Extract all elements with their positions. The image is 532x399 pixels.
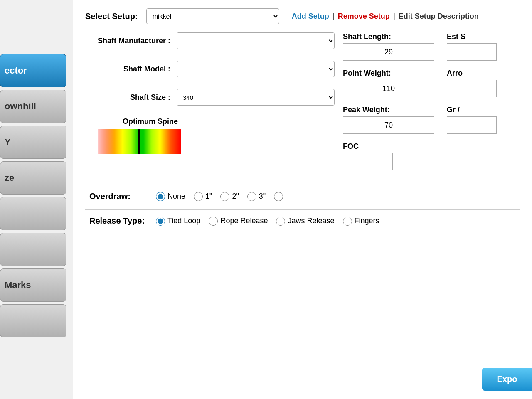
gr-input[interactable] <box>447 116 497 134</box>
sidebar-item-downhill[interactable]: ownhill <box>0 90 66 123</box>
overdraw-4-radio[interactable] <box>274 192 283 201</box>
overdraw-none-radio[interactable] <box>156 192 165 201</box>
overdraw-2[interactable]: 2" <box>220 192 239 201</box>
overdraw-1-radio[interactable] <box>194 192 203 201</box>
peak-weight-group: Peak Weight: <box>343 106 434 134</box>
separator-1: | <box>332 12 335 21</box>
est-group: Est S <box>447 32 497 61</box>
add-setup-link[interactable]: Add Setup <box>292 12 329 21</box>
foc-group: FOC <box>343 142 532 170</box>
overdraw-4[interactable] <box>274 192 286 201</box>
right-top-row: Shaft Length: Est S <box>343 32 532 61</box>
shaft-model-row: Shaft Model : <box>85 61 335 77</box>
sidebar-item-selector[interactable]: ector <box>0 54 66 87</box>
overdraw-row: Overdraw: None 1" 2" 3" <box>85 192 520 201</box>
foc-label: FOC <box>343 142 532 151</box>
divider-2 <box>85 209 520 210</box>
shaft-length-label: Shaft Length: <box>343 32 434 41</box>
overdraw-3-radio[interactable] <box>247 192 256 201</box>
arrow-label: Arro <box>447 69 497 78</box>
overdraw-2-label: 2" <box>232 192 239 201</box>
release-fingers-radio[interactable] <box>343 217 352 226</box>
spine-gradient <box>98 129 181 158</box>
remove-setup-link[interactable]: Remove Setup <box>338 12 390 21</box>
sidebar-item-marks[interactable]: Marks <box>0 268 66 302</box>
right-panel: Shaft Length: Est S Point Weight: Arro <box>343 32 532 170</box>
sidebar-item-8[interactable] <box>0 304 66 337</box>
release-rope-label: Rope Release <box>220 217 268 225</box>
sidebar-item-ze[interactable]: ze <box>0 161 66 195</box>
release-tied-loop[interactable]: Tied Loop <box>156 217 200 226</box>
shaft-model-label: Shaft Model : <box>85 65 177 74</box>
peak-weight-label: Peak Weight: <box>343 106 434 114</box>
sidebar-item-6[interactable] <box>0 233 66 266</box>
sidebar-item-label: Marks <box>5 280 31 291</box>
overdraw-3-label: 3" <box>259 192 266 201</box>
spine-fade-left <box>98 129 114 154</box>
release-jaws-radio[interactable] <box>276 217 285 226</box>
edit-setup-link[interactable]: Edit Setup Description <box>399 12 479 21</box>
shaft-manufacturer-select[interactable] <box>177 32 335 49</box>
release-jaws-label: Jaws Release <box>288 217 334 225</box>
main-content: Select Setup: mikkel Add Setup | Remove … <box>73 0 532 399</box>
shaft-size-label: Shaft Size : <box>85 93 177 102</box>
header-row: Select Setup: mikkel Add Setup | Remove … <box>85 8 520 24</box>
sidebar-item-label: Y <box>5 137 11 148</box>
spine-container: Optimum Spine <box>98 117 335 158</box>
overdraw-none[interactable]: None <box>156 192 185 201</box>
point-weight-input[interactable] <box>343 80 434 97</box>
est-input[interactable] <box>447 43 497 61</box>
separator-2: | <box>393 12 395 21</box>
overdraw-1-label: 1" <box>205 192 212 201</box>
export-button[interactable]: Expo <box>482 368 532 391</box>
release-tied-loop-label: Tied Loop <box>167 217 200 225</box>
sidebar-item-label: ector <box>5 65 27 76</box>
spine-gradient-bar <box>98 129 181 154</box>
est-label: Est S <box>447 32 497 41</box>
release-fingers-label: Fingers <box>355 217 379 225</box>
sidebar-item-label: ownhill <box>5 101 36 112</box>
release-fingers[interactable]: Fingers <box>343 217 379 226</box>
overdraw-radio-group: None 1" 2" 3" <box>156 192 286 201</box>
release-type-label: Release Type: <box>89 216 156 226</box>
shaft-model-select[interactable] <box>177 61 335 77</box>
setup-links: Add Setup | Remove Setup | Edit Setup De… <box>292 12 479 21</box>
arrow-group: Arro <box>447 69 497 97</box>
shaft-manufacturer-label: Shaft Manufacturer : <box>85 37 177 45</box>
release-tied-loop-radio[interactable] <box>156 217 165 226</box>
spine-marker <box>138 129 140 154</box>
right-middle-row: Point Weight: Arro <box>343 69 532 97</box>
gr-label: Gr / <box>447 106 497 114</box>
arrow-input[interactable] <box>447 80 497 97</box>
divider-1 <box>85 183 520 183</box>
point-weight-label: Point Weight: <box>343 69 434 78</box>
point-weight-group: Point Weight: <box>343 69 434 97</box>
overdraw-1[interactable]: 1" <box>194 192 212 201</box>
spine-title: Optimum Spine <box>123 117 335 126</box>
release-row: Release Type: Tied Loop Rope Release Jaw… <box>85 216 520 226</box>
overdraw-2-radio[interactable] <box>220 192 229 201</box>
shaft-length-group: Shaft Length: <box>343 32 434 61</box>
shaft-size-row: Shaft Size : 340 <box>85 89 335 106</box>
sidebar-item-label: ze <box>5 172 14 183</box>
release-jaws[interactable]: Jaws Release <box>276 217 334 226</box>
sidebar-item-5[interactable] <box>0 197 66 230</box>
overdraw-3[interactable]: 3" <box>247 192 266 201</box>
sidebar: ector ownhill Y ze Marks <box>0 0 73 399</box>
shaft-length-input[interactable] <box>343 43 434 61</box>
release-type-radio-group: Tied Loop Rope Release Jaws Release Fing… <box>156 217 379 226</box>
right-bottom-row: Peak Weight: Gr / <box>343 106 532 134</box>
gr-group: Gr / <box>447 106 497 134</box>
peak-weight-input[interactable] <box>343 116 434 134</box>
foc-input[interactable] <box>343 153 393 170</box>
release-rope[interactable]: Rope Release <box>209 217 268 226</box>
overdraw-label: Overdraw: <box>89 192 156 201</box>
shaft-size-select[interactable]: 340 <box>177 89 335 106</box>
setup-select[interactable]: mikkel <box>146 8 279 24</box>
select-setup-label: Select Setup: <box>85 12 138 21</box>
form-left: Shaft Manufacturer : Shaft Model : Shaft… <box>85 32 335 170</box>
release-rope-radio[interactable] <box>209 217 218 226</box>
overdraw-none-label: None <box>167 192 185 201</box>
shaft-manufacturer-row: Shaft Manufacturer : <box>85 32 335 49</box>
sidebar-item-y[interactable]: Y <box>0 126 66 159</box>
